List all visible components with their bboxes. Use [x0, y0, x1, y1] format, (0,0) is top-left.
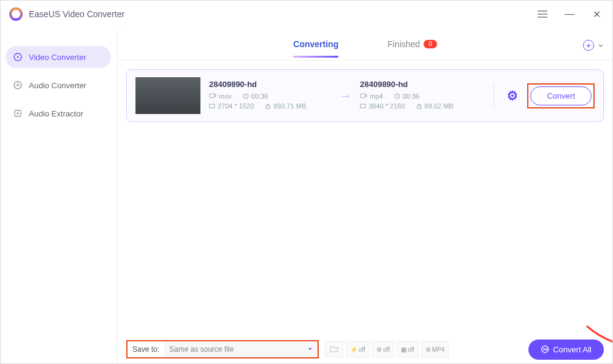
open-folder-button[interactable] — [325, 341, 343, 357]
sidebar-item-label: Video Converter — [29, 53, 86, 62]
sidebar-item-video-converter[interactable]: Video Converter — [6, 46, 111, 68]
close-button[interactable]: ✕ — [589, 7, 604, 21]
target-filename: 28409890-hd — [360, 80, 481, 89]
svg-rect-9 — [360, 104, 365, 108]
highlight-save-to: Save to: Same as source file — [126, 340, 319, 358]
convert-all-button[interactable]: Convert All — [528, 339, 604, 360]
sidebar-item-audio-extractor[interactable]: Audio Extractor — [6, 102, 111, 124]
gear-icon: ⚙ — [376, 346, 382, 353]
svg-rect-7 — [360, 94, 365, 97]
merge-button[interactable]: ▦off — [397, 341, 419, 357]
settings-gear-icon[interactable] — [506, 89, 519, 102]
target-resolution: 3840 * 2160 — [360, 102, 405, 110]
save-to-label: Save to: — [128, 345, 164, 354]
minimize-button[interactable]: — — [562, 7, 577, 21]
audio-converter-icon — [13, 80, 23, 90]
video-converter-icon — [13, 52, 23, 62]
target-format: mp4 — [360, 93, 383, 100]
chevron-down-icon — [598, 42, 604, 48]
bolt-icon: ⚡ — [350, 346, 357, 353]
titlebar: EaseUS Video Converter — ✕ — [1, 1, 612, 28]
chevron-down-icon — [308, 347, 313, 352]
sidebar-item-label: Audio Converter — [29, 81, 86, 90]
menu-button[interactable] — [535, 7, 550, 21]
arrow-icon: → — [339, 89, 351, 103]
source-format: mov — [209, 93, 232, 100]
main: Converting Finished0 + 28409890-hd mov 0… — [117, 30, 612, 363]
svg-rect-6 — [266, 105, 270, 108]
convert-all-icon — [541, 345, 549, 354]
svg-rect-10 — [417, 105, 421, 108]
tab-converting[interactable]: Converting — [293, 39, 338, 51]
sidebar-item-label: Audio Extractor — [29, 109, 83, 118]
speedup-button[interactable]: ⚡off — [346, 341, 370, 357]
target-size: 89.52 MB — [416, 102, 454, 110]
source-filename: 28409890-hd — [209, 80, 330, 89]
window-controls: — ✕ — [535, 7, 604, 21]
audio-extractor-icon — [13, 108, 23, 118]
separator — [493, 83, 494, 108]
svg-rect-5 — [210, 104, 215, 108]
sidebar: Video Converter Audio Converter Audio Ex… — [1, 28, 117, 363]
source-duration: 00:36 — [243, 93, 268, 100]
target-block: 28409890-hd mp4 00:36 3840 * 2160 89.52 … — [360, 80, 481, 112]
convert-button[interactable]: Convert — [530, 86, 592, 105]
source-block: 28409890-hd mov 00:36 2704 * 1520 893.71… — [209, 80, 330, 112]
save-to-select[interactable]: Same as source file — [164, 341, 318, 357]
target-duration: 00:36 — [394, 93, 420, 100]
source-size: 893.71 MB — [265, 102, 306, 110]
svg-rect-3 — [210, 94, 215, 97]
conversion-row: 28409890-hd mov 00:36 2704 * 1520 893.71… — [126, 69, 604, 122]
folder-icon — [330, 346, 338, 353]
thumbnail — [135, 77, 200, 114]
footer-toolbar: ⚡off ⚙off ▦off ⚙MP4 — [325, 341, 449, 357]
app-logo — [9, 7, 23, 21]
plus-icon: + — [583, 40, 594, 51]
finished-badge: 0 — [424, 40, 437, 48]
add-button[interactable]: + — [583, 40, 604, 51]
merge-icon: ▦ — [401, 346, 406, 353]
tab-finished[interactable]: Finished0 — [387, 39, 436, 51]
gpu-button[interactable]: ⚙off — [372, 341, 394, 357]
format-button[interactable]: ⚙MP4 — [421, 341, 449, 357]
app-title: EaseUS Video Converter — [29, 9, 124, 19]
sidebar-item-audio-converter[interactable]: Audio Converter — [6, 74, 111, 96]
source-resolution: 2704 * 1520 — [209, 102, 254, 110]
content: 28409890-hd mov 00:36 2704 * 1520 893.71… — [118, 61, 612, 335]
footer: Save to: Same as source file ⚡off ⚙off ▦… — [118, 335, 612, 363]
gear-icon: ⚙ — [425, 346, 431, 353]
highlight-convert: Convert — [527, 83, 595, 108]
tabs: Converting Finished0 + — [118, 30, 612, 61]
